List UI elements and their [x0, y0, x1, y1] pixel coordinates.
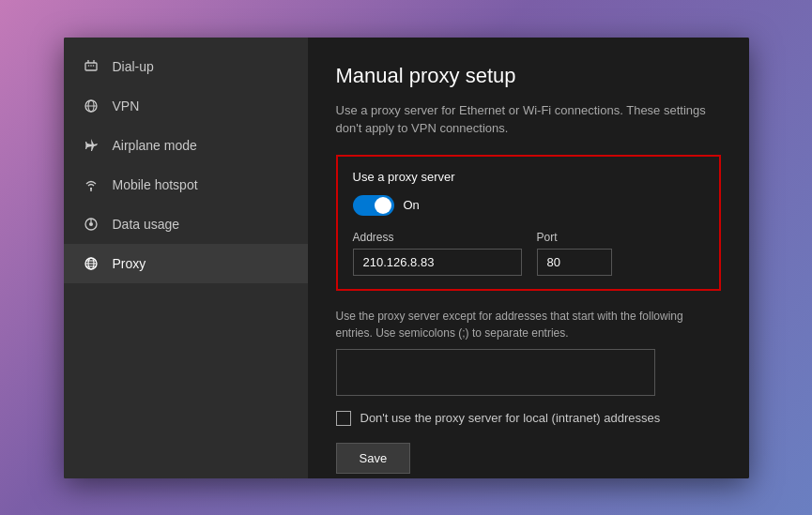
- address-input[interactable]: [353, 249, 522, 276]
- page-description: Use a proxy server for Ethernet or Wi-Fi…: [336, 101, 721, 138]
- exceptions-input[interactable]: [336, 349, 655, 396]
- data-usage-icon: [83, 216, 100, 233]
- svg-rect-0: [85, 63, 97, 70]
- sidebar-item-label-data-usage: Data usage: [113, 217, 180, 232]
- proxy-server-section: Use a proxy server On Address Port: [336, 155, 721, 291]
- toggle-thumb: [375, 197, 391, 214]
- exceptions-description: Use the proxy server except for addresse…: [336, 308, 721, 341]
- sidebar-item-label-dial-up: Dial-up: [113, 59, 154, 74]
- sidebar-item-proxy[interactable]: Proxy: [64, 244, 308, 283]
- address-port-row: Address Port: [353, 231, 704, 276]
- checkbox-row: Don't use the proxy server for local (in…: [336, 411, 721, 426]
- svg-point-9: [90, 188, 92, 189]
- sidebar-item-vpn[interactable]: VPN: [64, 86, 308, 126]
- sidebar-item-airplane-mode[interactable]: Airplane mode: [64, 126, 308, 165]
- svg-point-4: [90, 65, 92, 67]
- local-intranet-checkbox[interactable]: [336, 411, 351, 426]
- sidebar-item-label-hotspot: Mobile hotspot: [113, 177, 198, 192]
- toggle-text: On: [404, 198, 420, 212]
- vpn-icon: [83, 98, 100, 114]
- settings-window: Dial-up VPN Airplane mode: [64, 38, 749, 478]
- port-field-group: Port: [537, 231, 612, 276]
- proxy-server-label: Use a proxy server: [353, 170, 704, 184]
- save-button[interactable]: Save: [336, 443, 411, 474]
- sidebar-item-label-airplane: Airplane mode: [113, 138, 197, 153]
- sidebar-item-label-vpn: VPN: [113, 98, 140, 114]
- toggle-row: On: [353, 195, 704, 216]
- svg-point-5: [92, 65, 94, 67]
- sidebar-item-dial-up[interactable]: Dial-up: [64, 47, 308, 86]
- sidebar-item-mobile-hotspot[interactable]: Mobile hotspot: [64, 165, 308, 204]
- checkbox-label: Don't use the proxy server for local (in…: [360, 411, 661, 425]
- address-field-group: Address: [353, 231, 522, 276]
- hotspot-icon: [83, 176, 100, 193]
- svg-point-11: [89, 222, 93, 226]
- main-content: Manual proxy setup Use a proxy server fo…: [308, 38, 749, 478]
- proxy-toggle[interactable]: [353, 195, 394, 216]
- page-title: Manual proxy setup: [336, 64, 721, 88]
- svg-point-3: [87, 65, 89, 67]
- dial-up-icon: [83, 58, 100, 75]
- proxy-icon: [83, 255, 100, 272]
- airplane-icon: [83, 137, 100, 154]
- port-input[interactable]: [537, 249, 612, 276]
- sidebar: Dial-up VPN Airplane mode: [64, 38, 308, 478]
- sidebar-item-label-proxy: Proxy: [113, 256, 146, 271]
- address-label: Address: [353, 231, 522, 244]
- port-label: Port: [537, 231, 612, 244]
- sidebar-item-data-usage[interactable]: Data usage: [64, 204, 308, 244]
